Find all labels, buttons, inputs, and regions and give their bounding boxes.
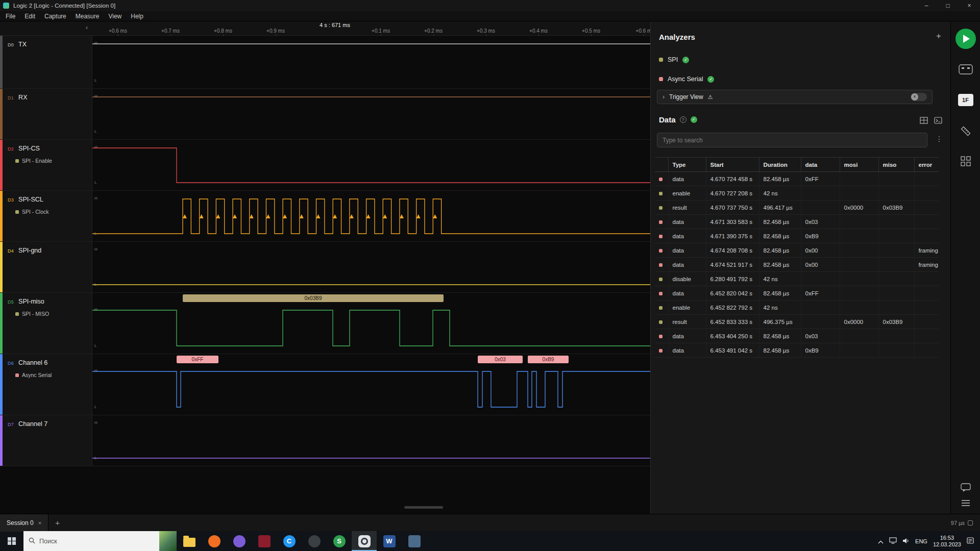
channel-label[interactable]: D7Channel 7 xyxy=(3,415,92,466)
menu-item-view[interactable]: View xyxy=(104,11,126,21)
cell xyxy=(914,343,939,358)
data-row[interactable]: data6.452 820 042 s82.458 µs0xFF xyxy=(655,286,939,300)
taskbar-app-word[interactable]: W xyxy=(377,531,402,551)
analyzer-item-spi[interactable]: SPI✓ xyxy=(651,50,950,69)
waveform-area[interactable]: HL xyxy=(92,89,650,139)
menu-item-measure[interactable]: Measure xyxy=(71,11,104,21)
tray-chevron-up-icon[interactable] xyxy=(878,537,884,546)
channel-label[interactable]: D6Channel 6Async Serial xyxy=(3,354,92,415)
waveform-area[interactable]: HL xyxy=(92,415,650,466)
col-start[interactable]: Start xyxy=(706,158,759,172)
data-row[interactable]: enable4.670 727 208 s42 ns xyxy=(655,186,939,201)
taskbar-app-app-dark[interactable] xyxy=(302,531,327,551)
menu-item-help[interactable]: Help xyxy=(126,11,148,21)
trigger-view-row[interactable]: › Trigger View ⚠ × xyxy=(657,90,933,104)
waveform-area[interactable]: HL0x03B9 xyxy=(92,293,650,354)
channel-label[interactable]: D5SPI-misoSPI - MISO xyxy=(3,293,92,354)
data-row[interactable]: enable6.452 822 792 s42 ns xyxy=(655,300,939,315)
decode-annotation[interactable]: 0xB9 xyxy=(528,356,569,363)
search-highlight-thumbnail[interactable] xyxy=(159,531,177,551)
channel-label[interactable]: D2SPI-CSSPI - Enable xyxy=(3,140,92,190)
analyzer-item-async-serial[interactable]: Async Serial✓ xyxy=(651,69,950,89)
menu-item-file[interactable]: File xyxy=(1,11,20,21)
taskbar-search[interactable]: Поиск xyxy=(23,531,177,551)
start-capture-button[interactable] xyxy=(955,29,976,49)
channel-label[interactable]: D0TX xyxy=(3,36,92,88)
analyzer-tag[interactable]: Async Serial xyxy=(15,372,92,378)
analyzer-tag[interactable]: SPI - MISO xyxy=(15,311,92,317)
data-row[interactable]: data4.671 303 583 s82.458 µs0x03 xyxy=(655,215,939,229)
timeline-ruler[interactable]: ‹ 4 s : 671 ms +0.6 ms+0.7 ms+0.8 ms+0.9… xyxy=(0,21,650,36)
taskbar-app-app-green[interactable]: S xyxy=(327,531,352,551)
language-indicator[interactable]: ENG xyxy=(915,538,927,544)
close-button[interactable]: × xyxy=(959,0,980,11)
collapse-sidebar-icon[interactable]: ‹ xyxy=(86,24,88,31)
kebab-menu-icon[interactable]: ⋮ xyxy=(936,135,943,143)
device-icon[interactable] xyxy=(959,64,973,74)
taskbar-app-logic2[interactable] xyxy=(352,531,377,551)
maximize-button[interactable]: □ xyxy=(937,0,959,11)
data-row[interactable]: disable6.280 491 792 s42 ns xyxy=(655,272,939,286)
taskbar-app-app-red[interactable] xyxy=(252,531,277,551)
taskbar-app-firefox[interactable] xyxy=(202,531,227,551)
close-icon[interactable]: × xyxy=(911,93,918,101)
add-analyzer-button[interactable]: + xyxy=(936,31,941,41)
data-search-input[interactable] xyxy=(657,133,927,147)
device-id-badge[interactable]: 1F xyxy=(958,94,973,106)
decode-annotation[interactable]: 0x03 xyxy=(478,356,523,363)
minimize-button[interactable]: – xyxy=(916,0,937,11)
data-row[interactable]: data6.453 491 042 s82.458 µs0xB9 xyxy=(655,343,939,358)
menu-item-capture[interactable]: Capture xyxy=(40,11,71,21)
new-session-button[interactable]: + xyxy=(55,518,60,527)
taskbar-app-file-explorer[interactable] xyxy=(177,531,202,551)
channel-label[interactable]: D3SPI-SCLSPI - Clock xyxy=(3,191,92,241)
data-row[interactable]: data6.453 404 250 s82.458 µs0x03 xyxy=(655,329,939,343)
menu-item-edit[interactable]: Edit xyxy=(20,11,40,21)
horizontal-scrollbar[interactable] xyxy=(404,506,443,509)
zoom-grid-icon[interactable] xyxy=(968,520,973,525)
waveform-area[interactable]: HL xyxy=(92,140,650,190)
channel-name: SPI-gnd xyxy=(18,247,41,254)
feedback-icon[interactable] xyxy=(961,483,971,492)
analyzer-tag[interactable]: SPI - Clock xyxy=(15,209,92,215)
help-icon[interactable]: ? xyxy=(680,116,687,123)
action-center-icon[interactable] xyxy=(967,537,974,546)
data-row[interactable]: data4.671 390 375 s82.458 µs0xB9 xyxy=(655,229,939,243)
analyzer-tag[interactable]: SPI - Enable xyxy=(15,158,92,164)
clock[interactable]: 16:53 12.03.2023 xyxy=(933,535,961,548)
decode-annotation[interactable]: 0xFF xyxy=(177,356,218,363)
start-button[interactable] xyxy=(0,531,23,551)
col-miso[interactable]: miso xyxy=(878,158,914,172)
trigger-close-pill[interactable]: × xyxy=(911,93,927,101)
col-error[interactable]: error xyxy=(914,158,939,172)
channel-label[interactable]: D1RX xyxy=(3,89,92,139)
data-row[interactable]: result6.452 833 333 s496.375 µs0x00000x0… xyxy=(655,315,939,329)
col-type[interactable]: Type xyxy=(668,158,706,172)
taskbar-app-calculator[interactable] xyxy=(402,531,427,551)
data-row[interactable]: result4.670 737 750 s496.417 µs0x00000x0… xyxy=(655,201,939,215)
taskbar-app-app-purple[interactable] xyxy=(227,531,252,551)
channel-label[interactable]: D4SPI-gnd xyxy=(3,242,92,292)
table-view-icon[interactable] xyxy=(920,117,928,126)
data-row[interactable]: data4.670 724 458 s82.458 µs0xFF xyxy=(655,172,939,186)
data-row[interactable]: data4.674 208 708 s82.458 µs0x00framing xyxy=(655,243,939,258)
main-menu-icon[interactable] xyxy=(961,499,970,507)
session-tab[interactable]: Session 0 × xyxy=(0,514,48,532)
waveform-area[interactable]: HL xyxy=(92,191,650,241)
col-data[interactable]: data xyxy=(801,158,840,172)
col-mosi[interactable]: mosi xyxy=(840,158,878,172)
measure-icon[interactable] xyxy=(960,126,971,137)
extensions-icon[interactable] xyxy=(961,156,971,166)
tray-network-icon[interactable] xyxy=(889,537,897,546)
waveform-area[interactable]: HL xyxy=(92,36,650,88)
chevron-right-icon[interactable]: › xyxy=(663,93,665,101)
waveform-area[interactable]: HL0xFF0x030xB9 xyxy=(92,354,650,415)
col-duration[interactable]: Duration xyxy=(759,158,801,172)
tray-volume-icon[interactable] xyxy=(902,537,910,546)
waveform-area[interactable]: HL xyxy=(92,242,650,292)
taskbar-app-app-blue-c[interactable]: C xyxy=(277,531,302,551)
close-session-icon[interactable]: × xyxy=(38,520,41,526)
terminal-view-icon[interactable] xyxy=(934,117,942,126)
decode-annotation[interactable]: 0x03B9 xyxy=(183,294,444,302)
data-row[interactable]: data4.674 521 917 s82.458 µs0x00framing xyxy=(655,258,939,272)
